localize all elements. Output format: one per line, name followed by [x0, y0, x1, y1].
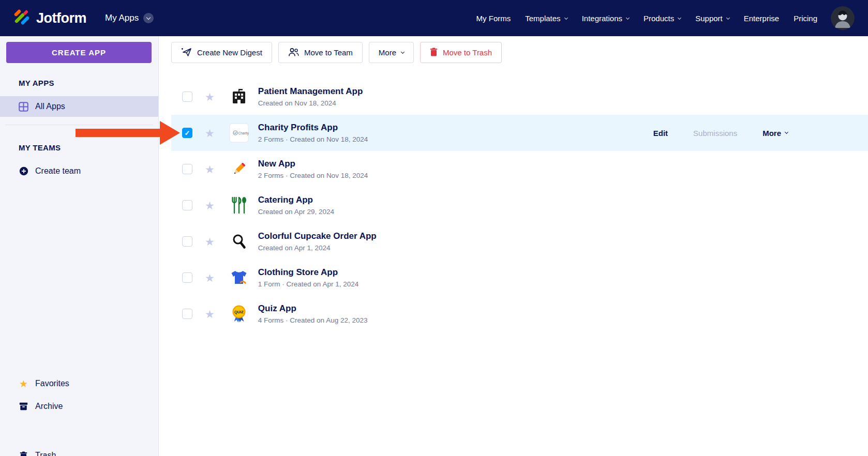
row-checkbox-checked[interactable]: [182, 128, 192, 138]
app-title[interactable]: Clothing Store App: [258, 267, 358, 278]
app-meta: Created on Apr 1, 2024: [258, 244, 377, 252]
app-row-new-app[interactable]: ★ New App 2 Forms · Created on Nov 18, 2…: [171, 151, 868, 187]
sidebar-item-favorites[interactable]: ★ Favorites: [0, 375, 158, 392]
more-button[interactable]: More: [369, 42, 414, 63]
favorite-star-icon[interactable]: ★: [205, 128, 215, 139]
create-app-button[interactable]: CREATE APP: [6, 42, 152, 63]
sidebar-item-trash[interactable]: Trash: [0, 447, 158, 456]
app-icon-hospital: [229, 86, 249, 107]
sidebar-item-all-apps[interactable]: All Apps: [0, 96, 158, 117]
toolbar: Create New Digest Move to Team More: [171, 42, 868, 63]
svg-text:QUIZ: QUIZ: [234, 310, 244, 314]
app-row-clothing-store[interactable]: ★ Clothing Store App 1 Form · Created on…: [171, 260, 868, 296]
app-meta: Created on Apr 29, 2024: [258, 208, 334, 216]
move-to-trash-button[interactable]: Move to Trash: [420, 42, 502, 63]
app-meta: Created on Nov 18, 2024: [258, 99, 363, 107]
row-checkbox[interactable]: [182, 236, 192, 247]
jotform-logo[interactable]: Jotform: [12, 8, 86, 28]
favorites-star-icon: ★: [19, 379, 28, 389]
favorite-star-icon[interactable]: ★: [205, 272, 215, 283]
sidebar-item-label: Favorites: [35, 379, 69, 388]
create-new-digest-button[interactable]: Create New Digest: [171, 42, 272, 63]
row-actions: Edit Submissions More: [653, 129, 788, 138]
favorite-star-icon[interactable]: ★: [205, 309, 215, 320]
chevron-down-icon: [785, 130, 788, 134]
nav-link-pricing[interactable]: Pricing: [794, 14, 817, 23]
app-icon-shirt: [229, 267, 249, 288]
main-content: Create New Digest Move to Team More: [159, 36, 868, 456]
jotform-logo-icon: [12, 8, 31, 28]
row-checkbox[interactable]: [182, 272, 192, 283]
nav-link-integrations[interactable]: Integrations: [582, 14, 629, 23]
sidebar-divider: [5, 125, 153, 125]
row-checkbox[interactable]: [182, 164, 192, 174]
nav-link-support[interactable]: Support: [695, 14, 729, 23]
app-title[interactable]: New App: [258, 159, 368, 169]
user-avatar[interactable]: [831, 6, 855, 30]
row-more-button[interactable]: More: [762, 129, 788, 138]
app-title[interactable]: Catering App: [258, 195, 334, 205]
digest-plane-icon: [181, 47, 192, 58]
move-to-team-button[interactable]: Move to Team: [278, 42, 363, 63]
edit-button[interactable]: Edit: [653, 129, 668, 138]
favorite-star-icon[interactable]: ★: [205, 236, 215, 247]
app-meta: 1 Form · Created on Apr 1, 2024: [258, 280, 358, 288]
chevron-down-icon: [401, 50, 405, 53]
app-icon-pencil: [229, 159, 249, 179]
my-apps-header: MY APPS: [19, 79, 54, 87]
favorite-star-icon[interactable]: ★: [205, 92, 215, 102]
archive-box-icon: [19, 402, 28, 411]
app-title[interactable]: Quiz App: [258, 303, 368, 314]
nav-links: My Forms Templates Integrations Products…: [476, 14, 817, 23]
trash-icon: [430, 48, 438, 58]
app-icon-magnifier: [229, 231, 249, 252]
my-teams-header: MY TEAMS: [19, 143, 61, 152]
app-icon-charity: Charity: [229, 123, 249, 143]
svg-text:Charity: Charity: [238, 131, 249, 135]
submissions-button[interactable]: Submissions: [693, 129, 737, 138]
row-checkbox[interactable]: [182, 200, 192, 210]
row-checkbox[interactable]: [182, 309, 192, 319]
app-list: ★ Patient Management App Created on Nov …: [171, 79, 868, 332]
app-icon-quiz-badge: QUIZ: [229, 303, 249, 324]
chevron-down-icon: [564, 16, 568, 19]
workspace-label: My Apps: [105, 13, 139, 23]
team-people-icon: [288, 48, 299, 58]
nav-link-my-forms[interactable]: My Forms: [476, 14, 511, 23]
app-row-patient-management[interactable]: ★ Patient Management App Created on Nov …: [171, 79, 868, 115]
chevron-down-icon: [678, 16, 681, 19]
app-meta: 2 Forms · Created on Nov 18, 2024: [258, 135, 368, 143]
favorite-star-icon[interactable]: ★: [205, 200, 215, 211]
sidebar-item-label: All Apps: [35, 102, 65, 111]
nav-link-products[interactable]: Products: [643, 14, 681, 23]
chevron-down-icon: [626, 16, 630, 19]
chevron-down-icon: [726, 16, 730, 19]
sidebar-item-label: Create team: [35, 166, 81, 176]
app-icon-utensils: [229, 195, 249, 216]
grid-apps-icon: [19, 102, 28, 112]
app-title[interactable]: Patient Management App: [258, 86, 363, 97]
workspace-chevron-icon: [143, 13, 154, 23]
app-meta: 4 Forms · Created on Aug 22, 2023: [258, 316, 368, 324]
nav-link-enterprise[interactable]: Enterprise: [744, 14, 779, 23]
top-navbar: Jotform My Apps My Forms Templates Integ…: [0, 0, 868, 36]
sidebar: CREATE APP MY APPS All Apps MY TEAMS: [0, 36, 159, 456]
app-title[interactable]: Charity Profits App: [258, 123, 368, 133]
nav-link-templates[interactable]: Templates: [525, 14, 567, 23]
app-title[interactable]: Colorful Cupcake Order App: [258, 231, 377, 241]
sidebar-item-label: Archive: [35, 402, 63, 411]
sidebar-item-archive[interactable]: Archive: [0, 398, 158, 415]
app-row-catering[interactable]: ★ Catering App Cr: [171, 187, 868, 223]
app-row-cupcake-order[interactable]: ★ Colorful Cupcake Order App Created on …: [171, 223, 868, 260]
app-row-quiz[interactable]: ★ QUIZ Quiz App 4 Forms · Created on Aug…: [171, 296, 868, 332]
sidebar-item-label: Trash: [35, 451, 56, 456]
favorite-star-icon[interactable]: ★: [205, 164, 215, 175]
trash-icon: [19, 451, 28, 456]
brand-name: Jotform: [36, 10, 86, 26]
workspace-switcher[interactable]: My Apps: [105, 13, 154, 23]
sidebar-item-create-team[interactable]: Create team: [0, 161, 158, 181]
plus-circle-icon: [19, 166, 28, 176]
row-checkbox[interactable]: [182, 92, 192, 102]
app-row-charity-profits[interactable]: ★ Charity Charity Profits App 2 Forms · …: [171, 115, 868, 151]
app-meta: 2 Forms · Created on Nov 18, 2024: [258, 172, 368, 179]
